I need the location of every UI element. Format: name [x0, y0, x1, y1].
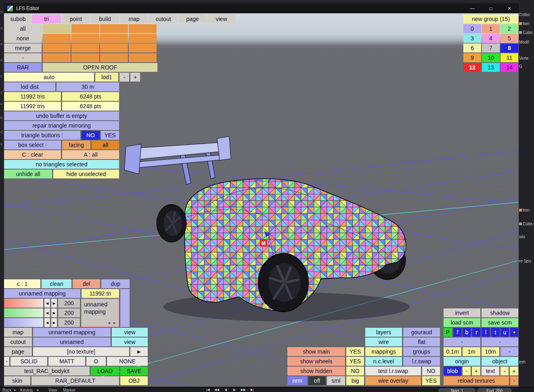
mapping-next-button[interactable]: ►	[113, 320, 117, 325]
groups-button[interactable]: groups	[403, 347, 440, 356]
tab-cutout[interactable]: cutout	[149, 15, 178, 23]
wire-overlay-toggle[interactable]: YES	[422, 376, 440, 385]
cutout-value[interactable]: unnamed	[33, 337, 111, 346]
triangle-buttons-no[interactable]: NO	[82, 131, 100, 140]
rar-button[interactable]: RAR	[4, 63, 42, 72]
subobject-cell[interactable]	[43, 24, 71, 33]
map-view-button[interactable]: view	[112, 328, 148, 337]
red-value[interactable]: 200	[58, 299, 80, 308]
subobject-cell[interactable]	[100, 34, 128, 43]
flat-button[interactable]: flat	[403, 337, 440, 346]
subobject-cell[interactable]	[129, 44, 157, 52]
solid-button[interactable]: SOLID	[10, 357, 47, 366]
tab-build[interactable]: build	[91, 15, 119, 23]
mapping-scrollbar[interactable]	[120, 289, 130, 327]
nrm-off-button[interactable]: off	[308, 376, 326, 385]
merge-button[interactable]: merge	[4, 44, 42, 52]
subobject-cell[interactable]	[43, 34, 71, 43]
mapping-list-box[interactable]: unnamed mapping ◄ ►	[81, 299, 119, 327]
selection-marker-m[interactable]: M	[260, 239, 267, 247]
subobject-cell[interactable]	[71, 53, 99, 62]
nrm-big-button[interactable]: big	[346, 376, 364, 385]
shadow-button[interactable]: shadow	[482, 308, 518, 317]
play-button[interactable]: ▶	[230, 388, 239, 392]
prev-keyframe-button[interactable]: ◀◀	[213, 388, 221, 392]
load-scm-button[interactable]: load scm	[444, 318, 480, 327]
subobject-cell[interactable]	[71, 34, 99, 43]
subobject-cell[interactable]	[129, 53, 157, 62]
red-decrease-button[interactable]: ◄	[44, 299, 50, 308]
object-button[interactable]: object	[482, 357, 518, 366]
group-cell-13[interactable]: 13	[482, 63, 500, 72]
map-value[interactable]: unnamed mapping	[33, 328, 111, 337]
lod1-button[interactable]: lod1	[95, 73, 118, 82]
file-name[interactable]: test_RAC_bodykit	[4, 367, 90, 375]
timeline-back-menu[interactable]: Back	[2, 388, 11, 392]
dash-button[interactable]: -	[4, 357, 9, 366]
proj-l-button[interactable]: l	[482, 328, 490, 337]
dash-right-button[interactable]: -	[482, 337, 518, 346]
scale-01m-button[interactable]: 0.1m	[444, 347, 461, 356]
proj-p-button[interactable]: P	[444, 328, 452, 337]
subobject-cell[interactable]	[43, 53, 71, 62]
obj-button[interactable]: OBJ	[120, 376, 148, 385]
group-cell-0[interactable]: 0	[463, 24, 481, 33]
timeline-marker-menu[interactable]: Marker	[63, 388, 75, 392]
tab-map[interactable]: map	[120, 15, 148, 23]
close-button[interactable]: ✕	[500, 3, 519, 13]
page-value[interactable]: [no texture]	[33, 347, 129, 356]
layers-button[interactable]: layers	[365, 328, 402, 337]
select-all-button[interactable]: all	[4, 24, 42, 33]
auto-lod-button[interactable]: auto	[4, 73, 94, 82]
subobject-cell[interactable]	[43, 44, 71, 52]
timeline-view-menu[interactable]: View	[48, 388, 57, 392]
wire-button[interactable]: wire	[365, 337, 402, 346]
group-cell-2[interactable]: 2	[500, 24, 518, 33]
tab-tri[interactable]: tri	[32, 15, 61, 23]
o-button[interactable]: O	[86, 357, 106, 366]
minimize-button[interactable]: —	[463, 3, 482, 13]
blue-decrease-button[interactable]: ◄	[44, 318, 50, 327]
subobject-cell[interactable]	[129, 34, 157, 43]
gouraud-button[interactable]: gouraud	[403, 328, 440, 337]
hide-unselected-button[interactable]: hide unselected	[53, 170, 119, 178]
group-cell-9[interactable]: 9	[463, 53, 481, 62]
tab-page[interactable]: page	[179, 15, 206, 23]
skin-value[interactable]: RAR_DEFAULT	[31, 376, 119, 385]
frame-end-field[interactable]: End 200	[477, 388, 512, 392]
duplicate-button[interactable]: dup	[101, 279, 130, 288]
group-cell-10[interactable]: 10	[482, 53, 500, 62]
show-hidden-toggle[interactable]: NO	[346, 367, 364, 375]
origin-button[interactable]: origin	[444, 357, 480, 366]
blob-plus-button[interactable]: +	[472, 367, 480, 375]
group-cell-6[interactable]: 6	[463, 44, 481, 52]
blue-increase-button[interactable]: ►	[51, 318, 57, 327]
play-reverse-button[interactable]: ◀	[222, 388, 230, 392]
reload-dash-button[interactable]: -	[510, 376, 518, 385]
lod-dist-value[interactable]: 30 m	[57, 82, 119, 91]
mapping-prev-button[interactable]: ◄	[107, 320, 111, 325]
jump-to-end-button[interactable]: ▶|	[248, 388, 256, 392]
nrm-sml-button[interactable]: sml	[327, 376, 345, 385]
scale-1m-button[interactable]: 1m	[463, 347, 480, 356]
clear-selection-button[interactable]: C : clear	[4, 150, 61, 159]
proj-t-button[interactable]: t	[491, 328, 500, 337]
proj-u-button[interactable]: u	[500, 328, 509, 337]
green-increase-button[interactable]: ►	[51, 308, 57, 317]
repair-mirroring-button[interactable]: repair triangle mirroring	[4, 121, 119, 130]
group-cell-11[interactable]: 11	[500, 53, 518, 62]
new-group-button[interactable]: new group (15)	[463, 15, 518, 23]
group-cell-3[interactable]: 3	[463, 34, 481, 43]
show-wheels-toggle[interactable]: YES	[346, 357, 364, 366]
lod-minus-button[interactable]: -	[119, 73, 129, 82]
select-none-button[interactable]: none	[4, 34, 42, 43]
save-button[interactable]: SAVE	[120, 367, 148, 375]
color-swatch-red[interactable]	[4, 299, 43, 308]
mapping-name-button[interactable]: unnamed mapping	[4, 289, 80, 298]
dash-left-button[interactable]: -	[444, 337, 480, 346]
open-roof-button[interactable]: OPEN ROOF	[43, 63, 157, 72]
page-next-button[interactable]: ►	[130, 347, 148, 356]
save-scm-button[interactable]: save scm	[482, 318, 518, 327]
delete-button[interactable]: del	[73, 279, 100, 288]
group-cell-7[interactable]: 7	[482, 44, 500, 52]
